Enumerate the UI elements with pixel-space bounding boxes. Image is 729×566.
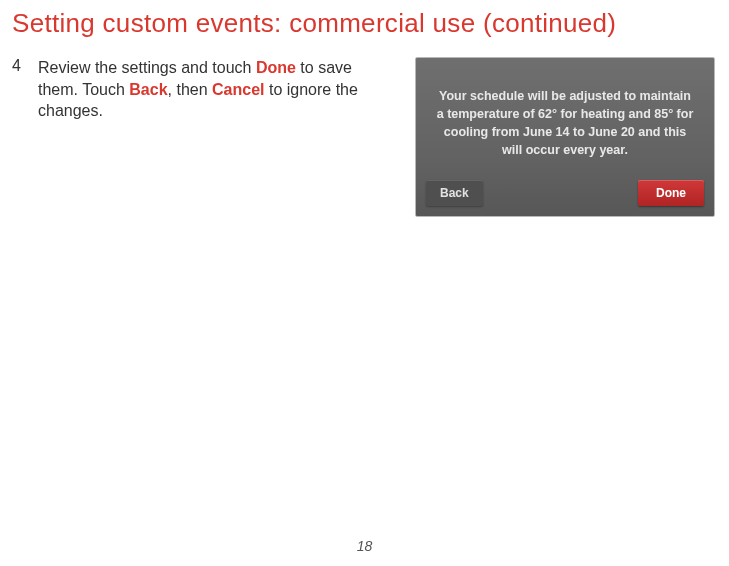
- keyword-cancel: Cancel: [212, 81, 264, 98]
- done-button[interactable]: Done: [638, 180, 704, 206]
- instruction-column: 4 Review the settings and touch Done to …: [12, 57, 391, 217]
- device-screen: Your schedule will be adjusted to mainta…: [415, 57, 715, 217]
- back-button[interactable]: Back: [426, 180, 483, 206]
- device-button-row: Back Done: [416, 180, 714, 216]
- device-column: Your schedule will be adjusted to mainta…: [415, 57, 715, 217]
- step-text-part-1: Review the settings and touch: [38, 59, 256, 76]
- device-message-text: Your schedule will be adjusted to mainta…: [434, 87, 696, 160]
- page-title: Setting custom events: commercial use (c…: [0, 0, 729, 57]
- keyword-done: Done: [256, 59, 296, 76]
- keyword-back: Back: [129, 81, 167, 98]
- page-number: 18: [357, 538, 373, 554]
- content-row: 4 Review the settings and touch Done to …: [0, 57, 729, 217]
- step-number: 4: [12, 57, 28, 217]
- device-message-area: Your schedule will be adjusted to mainta…: [416, 58, 714, 180]
- step-text-part-3: , then: [168, 81, 212, 98]
- step-text: Review the settings and touch Done to sa…: [38, 57, 391, 217]
